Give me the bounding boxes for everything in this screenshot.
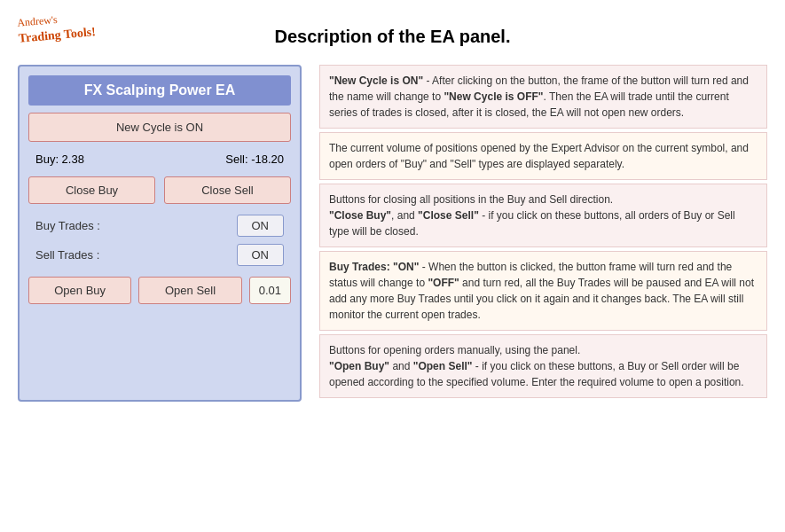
desc-block-new-cycle-desc: "New Cycle is ON" - After clicking on th…	[319, 65, 767, 129]
desc-block-volume-desc: The current volume of positions opened b…	[319, 132, 767, 180]
sell-trades-label: Sell Trades :	[35, 248, 99, 262]
sell-trades-row: Sell Trades : ON	[35, 244, 284, 266]
open-buy-button[interactable]: Open Buy	[28, 277, 131, 304]
logo-area: Andrew's Trading Tools!	[18, 13, 115, 75]
ea-panel-title: FX Scalping Power EA	[28, 75, 291, 106]
new-cycle-button[interactable]: New Cycle is ON	[28, 113, 291, 142]
buy-volume-label: Buy: 2.38	[35, 153, 84, 166]
page-title: Description of the EA panel.	[18, 27, 767, 47]
description-section: "New Cycle is ON" - After clicking on th…	[319, 65, 767, 402]
volume-display: 0.01	[249, 277, 291, 304]
close-sell-button[interactable]: Close Sell	[164, 176, 291, 204]
open-sell-button[interactable]: Open Sell	[138, 277, 241, 304]
sell-volume-label: Sell: -18.20	[225, 153, 284, 166]
ea-panel: FX Scalping Power EA New Cycle is ON Buy…	[18, 65, 302, 402]
content-area: FX Scalping Power EA New Cycle is ON Buy…	[18, 65, 767, 402]
page-wrapper: Andrew's Trading Tools! Description of t…	[0, 0, 785, 532]
desc-block-buy-trades-desc: Buy Trades: "ON" - When the button is cl…	[319, 251, 767, 331]
buy-trades-toggle[interactable]: ON	[237, 215, 285, 237]
trades-section: Buy Trades : ON Sell Trades : ON	[28, 211, 291, 270]
buy-trades-row: Buy Trades : ON	[35, 215, 284, 237]
buy-trades-label: Buy Trades :	[35, 219, 100, 232]
buy-sell-volumes-row: Buy: 2.38 Sell: -18.20	[28, 149, 291, 169]
close-buy-button[interactable]: Close Buy	[28, 176, 155, 204]
close-buttons-row: Close Buy Close Sell	[28, 176, 291, 204]
sell-trades-toggle[interactable]: ON	[237, 244, 285, 266]
bottom-row: Open Buy Open Sell 0.01	[28, 277, 291, 304]
logo-text: Andrew's Trading Tools!	[17, 10, 97, 46]
desc-block-close-desc: Buttons for closing all positions in the…	[319, 184, 767, 247]
desc-block-open-orders-desc: Buttons for opening orders manually, usi…	[319, 334, 767, 398]
